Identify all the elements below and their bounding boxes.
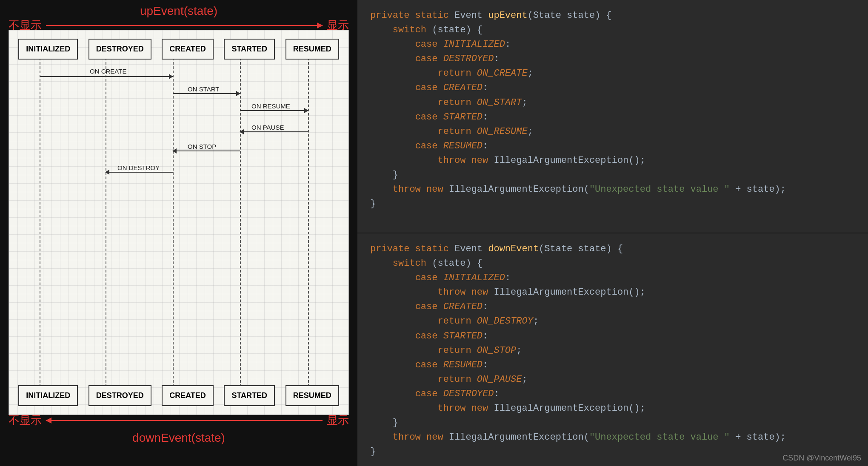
code-line-d12: throw new IllegalArgumentException(); xyxy=(370,401,855,416)
code-line-2: switch (state) { xyxy=(370,23,855,37)
dashed-line-2 xyxy=(106,58,106,387)
left-panel: upEvent(state) 不显示 显示 INITIALIZED DESTRO… xyxy=(0,0,357,466)
state-created-bottom: CREATED xyxy=(162,385,214,406)
on-destroy-label: ON DESTROY xyxy=(117,164,160,171)
on-pause-label: ON PAUSE xyxy=(251,124,284,131)
on-stop-arrow xyxy=(173,151,240,151)
up-event-label: upEvent(state) xyxy=(140,4,217,18)
down-event-label: downEvent(state) xyxy=(132,431,225,445)
code-line-9: return ON_RESUME; xyxy=(370,125,855,139)
code-line-1: private static Event upEvent(State state… xyxy=(370,9,855,23)
state-resumed-top: RESUMED xyxy=(286,39,339,60)
show-label-bottom: 显示 xyxy=(327,413,349,428)
code-line-7: return ON_START; xyxy=(370,96,855,110)
on-pause-arrow xyxy=(240,131,308,132)
code-line-d1: private static Event downEvent(State sta… xyxy=(370,242,855,256)
state-initialized-top: INITIALIZED xyxy=(18,39,78,60)
code-line-d5: case CREATED: xyxy=(370,300,855,314)
state-resumed-bottom: RESUMED xyxy=(286,385,339,406)
dashed-line-3 xyxy=(173,58,174,387)
not-show-label-bottom: 不显示 xyxy=(9,413,42,428)
code-line-14: } xyxy=(370,197,855,211)
on-destroy-arrow xyxy=(106,172,173,173)
state-diagram: INITIALIZED DESTROYED CREATED STARTED RE… xyxy=(9,30,349,415)
code-line-d4: throw new IllegalArgumentException(); xyxy=(370,285,855,300)
on-resume-label: ON RESUME xyxy=(251,102,290,110)
code-line-8: case STARTED: xyxy=(370,110,855,125)
code-line-6: case CREATED: xyxy=(370,81,855,95)
code-line-5: return ON_CREATE; xyxy=(370,66,855,81)
top-arrow-line xyxy=(46,25,323,26)
state-started-bottom: STARTED xyxy=(224,385,275,406)
on-stop-label: ON STOP xyxy=(188,143,216,150)
watermark: CSDN @VincentWei95 xyxy=(782,454,861,463)
up-event-code-block: private static Event upEvent(State state… xyxy=(357,0,868,233)
code-line-d9: case RESUMED: xyxy=(370,358,855,372)
on-start-label: ON START xyxy=(188,85,219,93)
code-line-d3: case INITIALIZED: xyxy=(370,271,855,285)
state-started-top: STARTED xyxy=(224,39,275,60)
code-line-11: throw new IllegalArgumentException(); xyxy=(370,153,855,168)
state-created-top: CREATED xyxy=(162,39,214,60)
code-line-3: case INITIALIZED: xyxy=(370,37,855,52)
code-line-d13: } xyxy=(370,416,855,430)
dashed-lines-container xyxy=(9,30,348,415)
right-panel: private static Event upEvent(State state… xyxy=(357,0,868,466)
state-destroyed-top: DESTROYED xyxy=(89,39,151,60)
bottom-arrow-row: 不显示 显示 xyxy=(9,413,349,428)
on-create-label: ON CREATE xyxy=(90,68,126,75)
code-line-d11: case DESTROYED: xyxy=(370,387,855,401)
code-line-10: case RESUMED: xyxy=(370,139,855,153)
on-start-arrow xyxy=(173,93,240,94)
state-boxes-top: INITIALIZED DESTROYED CREATED STARTED RE… xyxy=(9,39,348,60)
on-create-arrow xyxy=(40,76,173,77)
dashed-line-1 xyxy=(40,58,40,387)
dashed-line-5 xyxy=(308,58,309,387)
dashed-line-4 xyxy=(240,58,241,387)
bottom-arrow-line xyxy=(46,420,323,421)
code-line-4: case DESTROYED: xyxy=(370,52,855,66)
state-destroyed-bottom: DESTROYED xyxy=(89,385,151,406)
code-line-d2: switch (state) { xyxy=(370,256,855,271)
down-event-code-block: private static Event downEvent(State sta… xyxy=(357,233,868,466)
code-line-d7: case STARTED: xyxy=(370,329,855,344)
state-initialized-bottom: INITIALIZED xyxy=(18,385,78,406)
code-line-d14: throw new IllegalArgumentException("Unex… xyxy=(370,430,855,445)
code-line-d6: return ON_DESTROY; xyxy=(370,314,855,329)
code-line-d10: return ON_PAUSE; xyxy=(370,372,855,387)
code-line-13: throw new IllegalArgumentException("Unex… xyxy=(370,182,855,197)
code-line-12: } xyxy=(370,168,855,182)
code-line-d8: return ON_STOP; xyxy=(370,344,855,358)
state-boxes-bottom: INITIALIZED DESTROYED CREATED STARTED RE… xyxy=(9,385,348,406)
on-resume-arrow xyxy=(240,110,308,111)
